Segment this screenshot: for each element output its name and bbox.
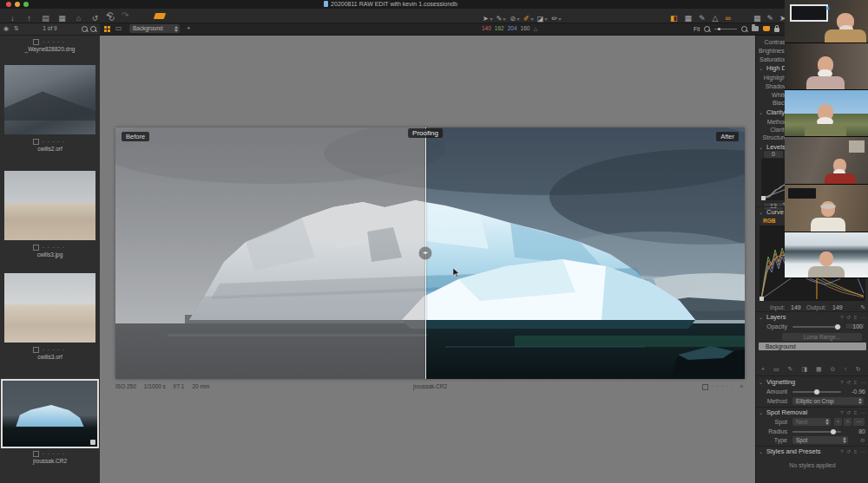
erase-mask-tool-icon[interactable]: ⊘ (510, 12, 516, 26)
rating-dots[interactable]: ····· (43, 244, 67, 251)
curve-rgb-tab[interactable]: RGB (763, 218, 775, 224)
export-icon[interactable]: ↑ (23, 11, 35, 25)
radius-slider[interactable] (792, 431, 841, 433)
lock-icon[interactable] (774, 28, 779, 32)
cursor-tool-icon[interactable]: ➤ (483, 12, 489, 26)
zoom-out-icon[interactable] (704, 26, 710, 32)
select-checkbox[interactable] (33, 39, 39, 45)
rating-dots[interactable]: ····· (43, 38, 67, 46)
webcam-feed-4[interactable] (785, 137, 868, 185)
luma-range-button[interactable]: Luma Range... (782, 333, 862, 341)
chevron-down-icon: ⌄ (759, 378, 763, 387)
iceberg-thumb-image (3, 381, 97, 447)
grid-view-icon[interactable]: ▦ (685, 11, 693, 25)
zoom-in-icon[interactable] (741, 26, 747, 32)
section-header-icons[interactable]: ? ↺ ≡ ⋯ (840, 378, 866, 387)
spot-prev-button[interactable]: < (834, 418, 842, 426)
webcam-feed-6[interactable] (785, 232, 868, 278)
rating-dots[interactable]: ····· (43, 450, 67, 458)
section-header-icons[interactable]: ? ↺ ≡ ⋯ (840, 313, 866, 322)
layer-select-dropdown[interactable]: Background (129, 24, 180, 33)
mask-icon[interactable]: ✎ (699, 11, 706, 25)
webcam-feed-5[interactable] (785, 185, 868, 232)
select-checkbox[interactable] (702, 384, 708, 390)
spot-tool-icon[interactable]: ✏ (551, 12, 557, 26)
search-icon[interactable] (82, 26, 88, 32)
capture-basket-icon[interactable] (763, 26, 770, 31)
draw-mask-tool-icon[interactable]: ✎ (496, 12, 503, 26)
vignetting-amount-value[interactable]: -0.96 (843, 388, 865, 395)
copies-icon[interactable]: ▤ (40, 11, 51, 25)
select-checkbox[interactable] (33, 451, 39, 457)
pencil-icon[interactable]: ✎ (860, 304, 865, 311)
redo-icon[interactable]: ↷ (122, 9, 128, 23)
zoom-slider[interactable] (714, 29, 737, 29)
clone-tool-icon[interactable]: ◪ (537, 12, 544, 26)
thumb-rating-row: ····· (0, 244, 100, 250)
circle-tool-icon[interactable]: ○ (860, 436, 865, 444)
select-checkbox[interactable] (33, 347, 39, 353)
background-layer-row[interactable]: Background (759, 343, 866, 350)
viewer-rating-controls: ·····≡ (702, 382, 743, 392)
thumbnail-cwills2[interactable] (4, 65, 95, 134)
multi-view-icon[interactable] (104, 26, 107, 29)
rating-dots[interactable]: ····· (712, 382, 736, 390)
loupe-icon[interactable] (90, 26, 96, 32)
section-layers[interactable]: ⌄Layers? ↺ ≡ ⋯ (756, 313, 868, 322)
import-icon[interactable]: ↓ (7, 11, 18, 25)
thumbnail-cwills3-orf[interactable] (4, 273, 95, 343)
opacity-row: Opacity100 (756, 323, 868, 330)
spot-delete-button[interactable]: — (853, 418, 865, 426)
spot-next-button[interactable]: > (844, 418, 852, 426)
radius-value[interactable]: 80 (843, 428, 865, 435)
thumbnail-jroussak-selected[interactable] (1, 379, 99, 448)
section-spot-removal[interactable]: ⌄Spot Removal? ↺ ≡ ⋯ (756, 408, 868, 417)
vignetting-amount-row: Amount-0.96 (756, 388, 868, 395)
copy-apply-icon[interactable]: ◧ (670, 11, 678, 25)
blue-value: 204 (508, 25, 517, 31)
vignetting-method-row: MethodElliptic on Crop (756, 397, 868, 405)
webcam-feed-2[interactable] (785, 43, 868, 90)
image-canvas[interactable]: Before Proofing After ◂▸ (115, 127, 745, 379)
section-styles-presets[interactable]: ⌄Styles and Presets? ↺ ≡ ⋯ (756, 447, 868, 456)
split-drag-handle[interactable]: ◂▸ (418, 246, 433, 261)
table-icon[interactable]: ▦ (753, 11, 761, 25)
thumbnail-cwills3-jpg[interactable] (4, 171, 95, 240)
rating-dots[interactable]: ····· (43, 138, 67, 146)
list-icon[interactable]: ≡ (740, 383, 743, 389)
curve-output-value[interactable]: 149 (832, 304, 843, 311)
curve-input-value[interactable]: 149 (791, 304, 801, 311)
proof-glasses-icon[interactable]: ∞ (726, 11, 731, 25)
section-header-icons[interactable]: ? ↺ ≡ ⋯ (840, 447, 866, 456)
select-checkbox[interactable] (33, 139, 39, 145)
color-tag-icon[interactable] (154, 13, 166, 19)
zoom-mode-label[interactable]: Fit (694, 26, 700, 32)
section-header-icons[interactable]: ? ↺ ≡ ⋯ (840, 408, 866, 417)
annotate-icon[interactable]: ✎ (767, 11, 774, 25)
rotate-left-icon[interactable]: ↺ (89, 11, 101, 25)
webcam-feed-3[interactable] (785, 90, 868, 137)
current-filename: jroussak.CR2 (115, 382, 745, 392)
exposure-warning-icon[interactable]: △ (713, 11, 719, 25)
window-title: 20200811 RAW EDIT with kevin 1.cosession… (0, 0, 781, 9)
framed-picture (790, 4, 828, 22)
layers-toolbar[interactable]: + ▭ ✎ ◨ ▦ ⊙ ↑ ↻ (761, 366, 865, 373)
select-checkbox[interactable] (33, 245, 39, 251)
add-layer-cursor-icon[interactable]: + (187, 23, 191, 35)
vignetting-amount-slider[interactable] (792, 391, 841, 393)
share-icon[interactable]: ⌂ (73, 11, 84, 25)
levels-shadow-input[interactable]: 0 (763, 150, 784, 159)
spot-type-dropdown[interactable]: Spot (792, 436, 848, 444)
spot-dropdown[interactable]: Next (792, 418, 831, 426)
opacity-slider[interactable] (792, 326, 841, 328)
opacity-value[interactable]: 100 (845, 323, 865, 330)
folder-icon[interactable] (752, 26, 759, 31)
webcam-feed-1[interactable] (785, 0, 868, 43)
section-vignetting[interactable]: ⌄Vignetting? ↺ ≡ ⋯ (756, 378, 868, 387)
heal-tool-icon[interactable]: ✐ (523, 12, 529, 26)
camera-icon[interactable]: ▦ (56, 11, 68, 25)
undo-icon[interactable]: ↶ (106, 9, 113, 23)
after-label: After (716, 132, 739, 141)
rating-dots[interactable]: ····· (43, 346, 67, 354)
vignetting-method-dropdown[interactable]: Elliptic on Crop (792, 397, 864, 405)
